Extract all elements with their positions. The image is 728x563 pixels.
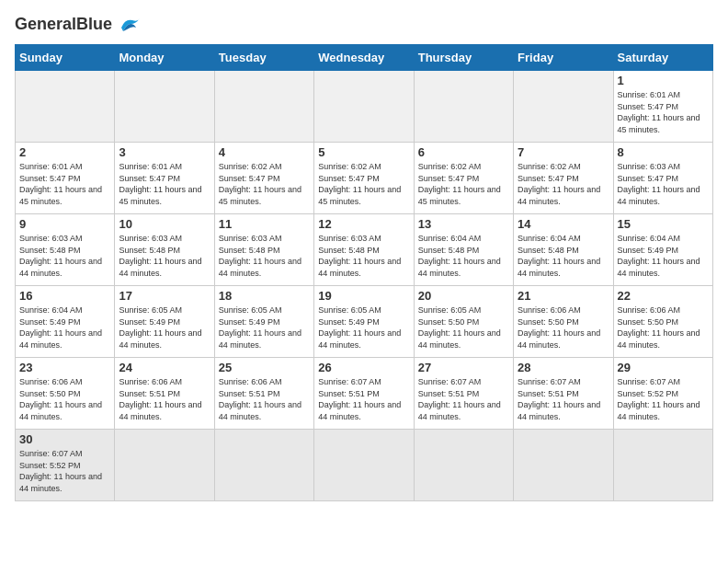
day-info: Sunrise: 6:06 AMSunset: 5:50 PMDaylight:…: [518, 304, 609, 350]
day-number: 17: [119, 289, 210, 303]
weekday-header-friday: Friday: [514, 45, 613, 71]
day-info: Sunrise: 6:03 AMSunset: 5:48 PMDaylight:…: [119, 233, 210, 279]
day-info: Sunrise: 6:04 AMSunset: 5:49 PMDaylight:…: [19, 304, 110, 350]
day-number: 26: [318, 361, 409, 374]
day-info: Sunrise: 6:07 AMSunset: 5:52 PMDaylight:…: [19, 448, 110, 494]
calendar-cell: 29Sunrise: 6:07 AMSunset: 5:52 PMDayligh…: [613, 358, 712, 430]
day-number: 5: [318, 145, 409, 159]
calendar-cell: 11Sunrise: 6:03 AMSunset: 5:48 PMDayligh…: [214, 214, 313, 286]
week-row-4: 23Sunrise: 6:06 AMSunset: 5:50 PMDayligh…: [16, 358, 713, 430]
calendar-cell: 12Sunrise: 6:03 AMSunset: 5:48 PMDayligh…: [314, 214, 414, 286]
day-info: Sunrise: 6:03 AMSunset: 5:48 PMDaylight:…: [219, 233, 310, 279]
logo-bird-icon: [114, 15, 143, 35]
day-info: Sunrise: 6:07 AMSunset: 5:51 PMDaylight:…: [518, 376, 609, 422]
calendar-cell: 5Sunrise: 6:02 AMSunset: 5:47 PMDaylight…: [314, 143, 414, 214]
day-number: 7: [518, 145, 609, 159]
calendar-cell: 6Sunrise: 6:02 AMSunset: 5:47 PMDaylight…: [414, 143, 513, 214]
calendar-cell: 21Sunrise: 6:06 AMSunset: 5:50 PMDayligh…: [514, 286, 613, 358]
calendar-cell: 3Sunrise: 6:01 AMSunset: 5:47 PMDaylight…: [115, 143, 214, 214]
day-number: 10: [119, 217, 210, 231]
calendar-cell: 14Sunrise: 6:04 AMSunset: 5:48 PMDayligh…: [514, 214, 613, 286]
day-info: Sunrise: 6:07 AMSunset: 5:51 PMDaylight:…: [418, 376, 509, 422]
weekday-header-row: SundayMondayTuesdayWednesdayThursdayFrid…: [16, 45, 713, 71]
header: General Blue: [15, 15, 713, 37]
day-number: 20: [418, 289, 509, 303]
calendar-cell: 19Sunrise: 6:05 AMSunset: 5:49 PMDayligh…: [314, 286, 414, 358]
day-number: 14: [518, 217, 609, 231]
calendar-cell: 28Sunrise: 6:07 AMSunset: 5:51 PMDayligh…: [514, 358, 613, 430]
week-row-0: 1Sunrise: 6:01 AMSunset: 5:47 PMDaylight…: [16, 71, 713, 143]
calendar-cell: [214, 71, 313, 143]
weekday-header-saturday: Saturday: [613, 45, 712, 71]
calendar-cell: 2Sunrise: 6:01 AMSunset: 5:47 PMDaylight…: [16, 143, 115, 214]
day-number: 13: [418, 217, 509, 231]
weekday-header-tuesday: Tuesday: [214, 45, 313, 71]
calendar-cell: 1Sunrise: 6:01 AMSunset: 5:47 PMDaylight…: [613, 71, 712, 143]
calendar-cell: [514, 71, 613, 143]
day-number: 6: [418, 145, 509, 159]
calendar-cell: 7Sunrise: 6:02 AMSunset: 5:47 PMDaylight…: [514, 143, 613, 214]
day-info: Sunrise: 6:06 AMSunset: 5:51 PMDaylight:…: [119, 376, 210, 422]
day-number: 3: [119, 145, 210, 159]
calendar-cell: 26Sunrise: 6:07 AMSunset: 5:51 PMDayligh…: [314, 358, 414, 430]
calendar-table: SundayMondayTuesdayWednesdayThursdayFrid…: [15, 44, 713, 501]
day-info: Sunrise: 6:01 AMSunset: 5:47 PMDaylight:…: [618, 89, 709, 135]
day-info: Sunrise: 6:01 AMSunset: 5:47 PMDaylight:…: [119, 161, 210, 207]
day-number: 24: [119, 361, 210, 374]
day-info: Sunrise: 6:05 AMSunset: 5:50 PMDaylight:…: [418, 304, 509, 350]
day-info: Sunrise: 6:02 AMSunset: 5:47 PMDaylight:…: [318, 161, 409, 207]
day-info: Sunrise: 6:06 AMSunset: 5:50 PMDaylight:…: [618, 304, 709, 350]
calendar-cell: 27Sunrise: 6:07 AMSunset: 5:51 PMDayligh…: [414, 358, 513, 430]
day-number: 15: [618, 217, 709, 231]
logo-blue: Blue: [76, 15, 112, 35]
day-info: Sunrise: 6:04 AMSunset: 5:49 PMDaylight:…: [618, 233, 709, 279]
week-row-1: 2Sunrise: 6:01 AMSunset: 5:47 PMDaylight…: [16, 143, 713, 214]
logo: General Blue: [15, 15, 143, 37]
day-number: 19: [318, 289, 409, 303]
week-row-2: 9Sunrise: 6:03 AMSunset: 5:48 PMDaylight…: [16, 214, 713, 286]
week-row-5: 30Sunrise: 6:07 AMSunset: 5:52 PMDayligh…: [16, 430, 713, 501]
day-number: 23: [19, 361, 110, 374]
week-row-3: 16Sunrise: 6:04 AMSunset: 5:49 PMDayligh…: [16, 286, 713, 358]
calendar-cell: [115, 430, 214, 501]
calendar-cell: 15Sunrise: 6:04 AMSunset: 5:49 PMDayligh…: [613, 214, 712, 286]
day-number: 21: [518, 289, 609, 303]
calendar-cell: 24Sunrise: 6:06 AMSunset: 5:51 PMDayligh…: [115, 358, 214, 430]
day-number: 27: [418, 361, 509, 374]
weekday-header-sunday: Sunday: [16, 45, 115, 71]
calendar-cell: 4Sunrise: 6:02 AMSunset: 5:47 PMDaylight…: [214, 143, 313, 214]
calendar-cell: [314, 71, 414, 143]
calendar-cell: 13Sunrise: 6:04 AMSunset: 5:48 PMDayligh…: [414, 214, 513, 286]
day-info: Sunrise: 6:01 AMSunset: 5:47 PMDaylight:…: [19, 161, 110, 207]
calendar-cell: [314, 430, 414, 501]
day-number: 30: [19, 432, 110, 446]
day-number: 28: [518, 361, 609, 374]
logo-general: General: [15, 15, 76, 35]
day-info: Sunrise: 6:07 AMSunset: 5:52 PMDaylight:…: [618, 376, 709, 422]
day-number: 18: [219, 289, 310, 303]
calendar-cell: 10Sunrise: 6:03 AMSunset: 5:48 PMDayligh…: [115, 214, 214, 286]
calendar-cell: 30Sunrise: 6:07 AMSunset: 5:52 PMDayligh…: [16, 430, 115, 501]
day-info: Sunrise: 6:05 AMSunset: 5:49 PMDaylight:…: [119, 304, 210, 350]
day-number: 8: [618, 145, 709, 159]
day-number: 9: [19, 217, 110, 231]
day-info: Sunrise: 6:03 AMSunset: 5:48 PMDaylight:…: [318, 233, 409, 279]
day-info: Sunrise: 6:07 AMSunset: 5:51 PMDaylight:…: [318, 376, 409, 422]
day-info: Sunrise: 6:06 AMSunset: 5:51 PMDaylight:…: [219, 376, 310, 422]
weekday-header-thursday: Thursday: [414, 45, 513, 71]
day-info: Sunrise: 6:02 AMSunset: 5:47 PMDaylight:…: [518, 161, 609, 207]
day-number: 25: [219, 361, 310, 374]
calendar-cell: [514, 430, 613, 501]
calendar-cell: [16, 71, 115, 143]
calendar-cell: 25Sunrise: 6:06 AMSunset: 5:51 PMDayligh…: [214, 358, 313, 430]
day-info: Sunrise: 6:04 AMSunset: 5:48 PMDaylight:…: [518, 233, 609, 279]
day-info: Sunrise: 6:05 AMSunset: 5:49 PMDaylight:…: [219, 304, 310, 350]
weekday-header-monday: Monday: [115, 45, 214, 71]
day-info: Sunrise: 6:04 AMSunset: 5:48 PMDaylight:…: [418, 233, 509, 279]
weekday-header-wednesday: Wednesday: [314, 45, 414, 71]
calendar-cell: [414, 430, 513, 501]
calendar-cell: 8Sunrise: 6:03 AMSunset: 5:47 PMDaylight…: [613, 143, 712, 214]
calendar-cell: 16Sunrise: 6:04 AMSunset: 5:49 PMDayligh…: [16, 286, 115, 358]
day-number: 4: [219, 145, 310, 159]
calendar-cell: 22Sunrise: 6:06 AMSunset: 5:50 PMDayligh…: [613, 286, 712, 358]
